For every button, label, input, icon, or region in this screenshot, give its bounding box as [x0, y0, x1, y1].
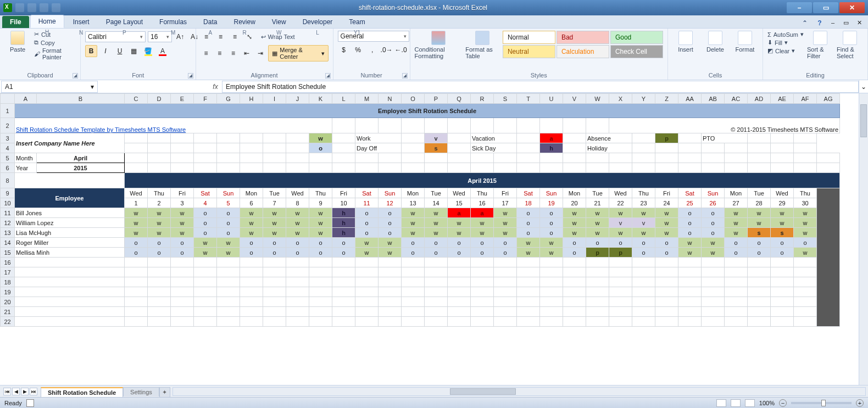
workbook-close-icon[interactable]: ✕: [855, 19, 864, 28]
ribbon-tab-team[interactable]: TeamY1: [341, 16, 372, 28]
col-header-G[interactable]: G: [217, 94, 240, 104]
shift-cell[interactable]: p: [586, 248, 609, 258]
shift-cell[interactable]: w: [771, 218, 794, 228]
shift-cell[interactable]: w: [402, 228, 425, 238]
shift-cell[interactable]: w: [794, 248, 817, 258]
shift-cell[interactable]: o: [494, 248, 517, 258]
shift-cell[interactable]: v: [632, 218, 655, 228]
shift-cell[interactable]: w: [425, 208, 448, 218]
shift-cell[interactable]: w: [725, 208, 748, 218]
shift-cell[interactable]: w: [494, 208, 517, 218]
shift-cell[interactable]: o: [425, 238, 448, 248]
shift-cell[interactable]: o: [148, 238, 171, 248]
row-header-1[interactable]: 1: [1, 104, 15, 118]
style-check-cell[interactable]: Check Cell: [610, 45, 663, 58]
shift-cell[interactable]: w: [586, 218, 609, 228]
shift-cell[interactable]: w: [494, 228, 517, 238]
shift-cell[interactable]: w: [678, 248, 702, 258]
workbook-restore-icon[interactable]: ▭: [842, 19, 850, 28]
cut-button[interactable]: ✂Cut: [34, 31, 76, 38]
shift-cell[interactable]: o: [586, 238, 609, 248]
shift-cell[interactable]: w: [748, 218, 771, 228]
style-bad[interactable]: Bad: [557, 31, 609, 44]
row-header-18[interactable]: 18: [1, 277, 15, 287]
insert-cells-button[interactable]: Insert: [672, 31, 699, 53]
shift-cell[interactable]: w: [355, 248, 379, 258]
delete-cells-button[interactable]: Delete: [702, 31, 728, 53]
col-header-AF[interactable]: AF: [794, 94, 817, 104]
font-size-select[interactable]: 16▾: [148, 31, 172, 42]
format-cells-button[interactable]: Format: [732, 31, 758, 53]
shift-cell[interactable]: w: [263, 228, 286, 238]
shift-cell[interactable]: o: [517, 208, 540, 218]
shift-cell[interactable]: w: [794, 228, 817, 238]
sheet-title[interactable]: Employee Shift Rotation Schedule: [15, 104, 840, 118]
shift-cell[interactable]: w: [217, 238, 240, 248]
month-value[interactable]: April: [37, 153, 125, 163]
shift-cell[interactable]: o: [771, 238, 794, 248]
row-header-5[interactable]: 5: [1, 153, 15, 163]
find-select-button[interactable]: Find & Select: [837, 31, 863, 59]
shift-cell[interactable]: o: [286, 248, 309, 258]
shift-cell[interactable]: o: [655, 238, 678, 248]
worksheet-grid[interactable]: ABCDEFGHIJKLMNOPQRSTUVWXYZAAABACADAEAFAG…: [0, 93, 868, 385]
shift-cell[interactable]: w: [563, 208, 586, 218]
row-header-8[interactable]: 8: [1, 173, 15, 188]
shift-cell[interactable]: o: [402, 238, 425, 248]
col-header-X[interactable]: X: [609, 94, 632, 104]
shift-cell[interactable]: o: [448, 248, 471, 258]
shift-cell[interactable]: o: [425, 248, 448, 258]
employee-5[interactable]: Mellisa Minh: [15, 248, 125, 258]
shift-cell[interactable]: w: [794, 218, 817, 228]
save-icon[interactable]: [15, 3, 24, 12]
new-sheet-button[interactable]: ✦: [159, 387, 170, 397]
row-header-12[interactable]: 12: [1, 218, 15, 228]
zoom-out-button[interactable]: −: [779, 399, 787, 407]
col-header-M[interactable]: M: [355, 94, 379, 104]
row-header-22[interactable]: 22: [1, 317, 15, 327]
shift-cell[interactable]: w: [725, 218, 748, 228]
shift-cell[interactable]: a: [471, 208, 494, 218]
sheet-nav-prev[interactable]: ◀: [12, 388, 20, 395]
shift-cell[interactable]: w: [540, 238, 563, 248]
shift-cell[interactable]: w: [171, 228, 194, 238]
number-launcher[interactable]: ◢: [402, 73, 408, 79]
align-right-icon[interactable]: ≡: [227, 47, 239, 59]
col-header-E[interactable]: E: [171, 94, 194, 104]
percent-icon[interactable]: %: [352, 44, 364, 56]
shift-cell[interactable]: o: [171, 248, 194, 258]
row-header-10[interactable]: 10: [1, 198, 15, 208]
employee-3[interactable]: Lisa McHugh: [15, 228, 125, 238]
row-header-11[interactable]: 11: [1, 208, 15, 218]
row-header-19[interactable]: 19: [1, 287, 15, 297]
fill-color-button[interactable]: 🪣: [142, 45, 154, 57]
close-button[interactable]: ✕: [839, 2, 865, 13]
shift-cell[interactable]: o: [748, 248, 771, 258]
sheet-nav-last[interactable]: ⏭: [30, 388, 37, 395]
shift-cell[interactable]: o: [263, 248, 286, 258]
col-header-R[interactable]: R: [471, 94, 494, 104]
shift-cell[interactable]: o: [655, 248, 678, 258]
shift-cell[interactable]: o: [563, 238, 586, 248]
row-header-14[interactable]: 14: [1, 238, 15, 248]
format-painter-button[interactable]: 🖌Format Painter: [34, 47, 76, 60]
shift-cell[interactable]: o: [517, 228, 540, 238]
shift-cell[interactable]: o: [540, 208, 563, 218]
col-header-AA[interactable]: AA: [678, 94, 702, 104]
shift-cell[interactable]: w: [609, 228, 632, 238]
bold-button[interactable]: B: [85, 45, 97, 57]
shift-cell[interactable]: w: [678, 238, 702, 248]
shift-cell[interactable]: w: [148, 208, 171, 218]
row-header-9[interactable]: 9: [1, 188, 15, 198]
shift-cell[interactable]: w: [771, 208, 794, 218]
minimize-button[interactable]: –: [787, 2, 812, 13]
shift-cell[interactable]: h: [332, 208, 355, 218]
shift-cell[interactable]: w: [309, 228, 332, 238]
month-label[interactable]: Month: [15, 153, 37, 163]
shift-cell[interactable]: o: [702, 228, 725, 238]
year-value[interactable]: 2015: [37, 163, 125, 173]
shift-cell[interactable]: o: [309, 248, 332, 258]
shift-cell[interactable]: o: [678, 228, 702, 238]
template-link[interactable]: Shift Rotation Schedule Template by Time…: [15, 118, 332, 133]
row-header-4[interactable]: 4: [1, 143, 15, 153]
